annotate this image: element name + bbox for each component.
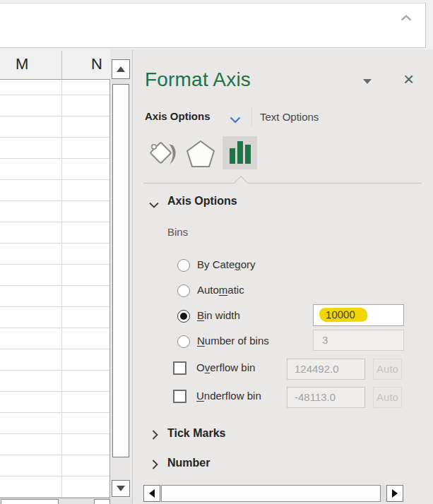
underflow-auto-button: Auto bbox=[373, 387, 402, 408]
overflow-auto-button: Auto bbox=[373, 359, 402, 380]
overflow-bin-input: 124492.0 bbox=[287, 359, 365, 380]
radio-automatic[interactable] bbox=[177, 284, 190, 297]
bar-chart-icon bbox=[223, 136, 257, 169]
label-text: ory bbox=[241, 258, 256, 270]
expand-section-icon[interactable] bbox=[152, 460, 158, 472]
label-accelerator: B bbox=[197, 309, 204, 321]
sheet-gridline bbox=[61, 80, 62, 498]
scroll-down-button[interactable] bbox=[112, 480, 130, 497]
pane-menu-caret-icon[interactable] bbox=[363, 79, 372, 84]
column-header[interactable]: M bbox=[16, 55, 28, 73]
pane-close-icon[interactable]: × bbox=[403, 70, 414, 88]
effects-pentagon-icon[interactable] bbox=[185, 138, 216, 172]
pane-scroll-left-button[interactable] bbox=[143, 485, 160, 502]
expand-section-icon[interactable] bbox=[152, 430, 158, 443]
ribbon-empty-group bbox=[0, 3, 426, 48]
arrow-left-icon bbox=[149, 489, 155, 498]
section-axis-options[interactable]: Axis Options bbox=[167, 195, 237, 208]
number-of-bins-input: 3 bbox=[313, 330, 404, 351]
label-text: Auto bbox=[197, 284, 219, 296]
bins-group-label: Bins bbox=[167, 226, 188, 238]
selected-tab-notch bbox=[234, 176, 248, 190]
axis-options-icon-tile[interactable] bbox=[223, 136, 257, 169]
radio-by-category[interactable] bbox=[177, 259, 190, 272]
tab-separator bbox=[251, 107, 252, 126]
column-header[interactable]: N bbox=[91, 55, 102, 73]
column-separator bbox=[61, 51, 62, 79]
pane-hscrollbar-thumb[interactable] bbox=[161, 485, 381, 502]
label-accelerator: g bbox=[235, 258, 240, 270]
label-text: atic bbox=[227, 284, 244, 296]
label-text: By Cate bbox=[197, 258, 235, 270]
icon-tab-underline bbox=[143, 183, 422, 184]
label-text: in width bbox=[204, 309, 240, 321]
radio-number-of-bins[interactable] bbox=[177, 335, 190, 348]
label-accelerator: m bbox=[219, 284, 228, 296]
sheet-cells[interactable] bbox=[0, 74, 110, 498]
radio-bin-width-label[interactable]: Bin width bbox=[197, 309, 240, 321]
overflow-bin-checkbox[interactable] bbox=[173, 361, 186, 375]
radio-bin-width[interactable] bbox=[177, 310, 190, 323]
vertical-scrollbar-thumb[interactable] bbox=[112, 84, 129, 457]
tab-axis-options[interactable]: Axis Options bbox=[145, 110, 210, 122]
label-accelerator: N bbox=[197, 335, 205, 347]
pane-scroll-right-button[interactable] bbox=[386, 485, 403, 502]
bin-width-input[interactable]: 10000 bbox=[313, 304, 404, 326]
radio-automatic-label[interactable]: Automatic bbox=[197, 284, 244, 296]
scroll-up-button[interactable] bbox=[112, 59, 130, 79]
chevron-down-icon[interactable] bbox=[230, 114, 241, 126]
underflow-bin-label[interactable]: Underflow bin bbox=[196, 390, 261, 402]
label-text: O bbox=[196, 361, 205, 373]
tab-text-options[interactable]: Text Options bbox=[260, 111, 319, 123]
arrow-down-icon bbox=[117, 486, 125, 491]
label-text: umber of bins bbox=[205, 335, 269, 347]
pane-title: Format Axis bbox=[145, 68, 251, 91]
label-text: nderflow bin bbox=[204, 390, 261, 402]
pane-divider bbox=[132, 49, 133, 504]
fill-line-icon[interactable] bbox=[147, 139, 179, 172]
underflow-bin-input: -48113.0 bbox=[287, 387, 365, 408]
section-number[interactable]: Number bbox=[167, 457, 210, 469]
overflow-bin-label[interactable]: Overflow bin bbox=[196, 361, 255, 373]
radio-by-category-label[interactable]: By Category bbox=[197, 258, 256, 270]
ribbon-collapse-icon[interactable] bbox=[401, 11, 412, 24]
arrow-up-icon bbox=[117, 66, 125, 72]
arrow-right-icon bbox=[392, 489, 398, 498]
radio-number-of-bins-label[interactable]: Number of bins bbox=[197, 335, 269, 347]
sheet-hscrollbar-thumb[interactable] bbox=[1, 499, 59, 504]
label-text: erflow bin bbox=[210, 361, 255, 373]
section-tick-marks[interactable]: Tick Marks bbox=[167, 427, 225, 440]
collapse-section-icon[interactable] bbox=[149, 198, 159, 211]
highlighted-value: 10000 bbox=[319, 308, 367, 323]
label-accelerator: U bbox=[196, 390, 204, 402]
column-header-row: M N bbox=[0, 49, 110, 80]
underflow-bin-checkbox[interactable] bbox=[173, 390, 186, 403]
sheet-hscrollbar-button[interactable] bbox=[94, 499, 110, 504]
